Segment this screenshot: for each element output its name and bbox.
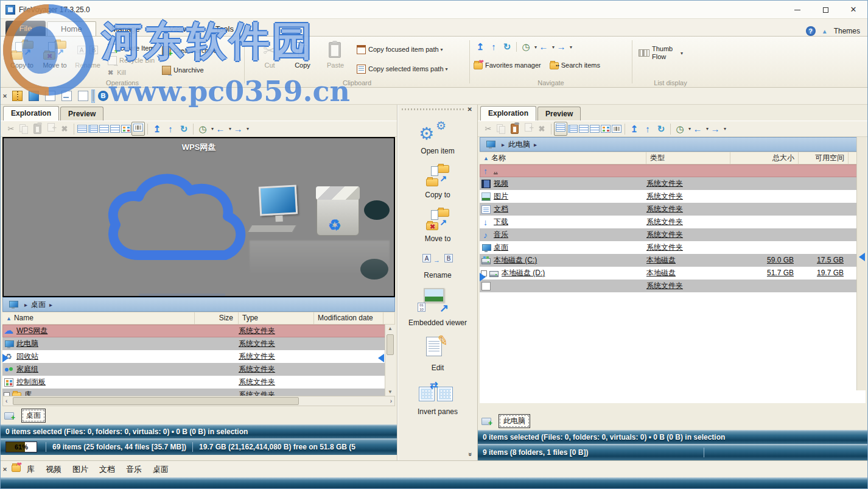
close-quickbar-button[interactable]: ✕ <box>1 93 9 99</box>
right-splitter-arrow-right[interactable] <box>480 273 486 281</box>
kill-button[interactable]: ✖ Kill <box>108 66 155 79</box>
left-splitter-arrow-right[interactable] <box>2 354 9 362</box>
item-type-link[interactable]: 系统文件夹 <box>646 203 683 216</box>
document-icon[interactable] <box>45 91 55 101</box>
view-list-pressed[interactable] <box>554 122 567 136</box>
left-splitter-arrow-left[interactable] <box>378 354 384 362</box>
collapse-ribbon-icon[interactable]: ▲ <box>822 28 828 35</box>
close-button[interactable]: ✕ <box>839 1 867 19</box>
column-header-size[interactable]: Size <box>195 312 239 324</box>
favorite-link-pictures[interactable]: 图片 <box>72 464 88 475</box>
table-row[interactable]: 家庭组系统文件夹 <box>2 363 385 376</box>
copy-selected-path-button[interactable]: Copy selected items path▾ <box>357 63 448 75</box>
copy-to-button[interactable]: ↗ Copy to <box>5 40 38 79</box>
view-icons-icon[interactable] <box>99 125 109 133</box>
item-type-link[interactable]: 系统文件夹 <box>239 350 275 363</box>
toolbar-grip[interactable] <box>402 108 464 110</box>
breadcrumb-segment[interactable]: 桌面 <box>31 300 46 310</box>
move-to-button-mid[interactable]: ✖↗ Move to <box>398 208 477 243</box>
item-type-link[interactable]: 系统文件夹 <box>239 337 275 350</box>
unarchive-button[interactable]: Unarchive <box>162 64 217 76</box>
delete-icon[interactable]: ✖ <box>58 123 71 135</box>
column-header-name[interactable]: ▲名称 <box>480 152 646 164</box>
embedded-viewer-button[interactable]: 0110↗ Embedded viewer <box>398 288 477 327</box>
close-favorites-bar-button[interactable]: ✕ <box>1 466 9 473</box>
table-row[interactable]: 下载系统文件夹 <box>480 216 866 228</box>
favorite-link-music[interactable]: 音乐 <box>126 464 142 475</box>
copy-focused-path-button[interactable]: Copy focused item path▾ <box>357 43 448 55</box>
table-row[interactable]: 回收站系统文件夹 <box>2 350 385 363</box>
item-name-link[interactable]: 控制面板 <box>16 376 46 389</box>
close-middle-toolbar-button[interactable]: ✕ <box>467 106 472 113</box>
scroll-up-arrow[interactable]: ▲ <box>385 325 395 331</box>
item-name-link[interactable]: 图片 <box>494 190 508 203</box>
tab-manage[interactable]: Manage <box>97 21 154 36</box>
column-header-name[interactable]: ▲Name <box>2 312 195 324</box>
table-row[interactable]: 图片系统文件夹 <box>480 190 866 203</box>
breadcrumb-segment[interactable]: 此电脑 <box>508 139 530 150</box>
zip-icon[interactable] <box>12 91 23 101</box>
left-horizontal-scrollbar[interactable]: ‹ › <box>2 396 395 406</box>
minimize-button[interactable] <box>783 1 811 19</box>
table-row[interactable]: 桌面系统文件夹 <box>480 241 866 254</box>
right-breadcrumb[interactable]: ▸ 此电脑 ▸ <box>480 137 866 152</box>
create-item-button[interactable]: Create Item <box>108 42 155 54</box>
rename-button-mid[interactable]: A B → Rename <box>398 252 477 280</box>
move-to-button[interactable]: ✖↗ Move to <box>38 40 71 79</box>
table-row[interactable]: 控制面板系统文件夹 <box>2 376 385 389</box>
favorite-link-libraries[interactable]: 库 <box>27 464 35 475</box>
item-type-link[interactable]: 系统文件夹 <box>239 389 275 396</box>
help-icon[interactable]: ? <box>806 26 816 36</box>
item-type-link[interactable]: 系统文件夹 <box>239 325 275 337</box>
mail-icon[interactable] <box>61 91 72 101</box>
table-row[interactable]: WPS网盘系统文件夹 <box>2 325 385 337</box>
right-refresh-button[interactable]: ↻ <box>654 123 668 135</box>
right-tab-preview[interactable]: Preview <box>537 107 581 121</box>
themes-menu[interactable]: Themes <box>834 27 860 35</box>
paste-special-icon[interactable] <box>522 123 534 135</box>
cut-button[interactable]: ✂ Cut <box>253 40 286 75</box>
more-items-chevron[interactable]: » <box>467 452 474 456</box>
bluetooth-icon[interactable]: B <box>98 91 108 101</box>
hscrollbar-thumb[interactable] <box>13 397 299 405</box>
right-folder-tab[interactable]: 此电脑 <box>499 414 530 428</box>
copy-icon[interactable] <box>18 123 30 135</box>
item-name-link[interactable]: 家庭组 <box>16 363 38 376</box>
recycle-bin-button[interactable]: Recycle Bin <box>108 54 155 66</box>
cut-icon[interactable]: ✂ <box>482 123 494 135</box>
add-tab-icon[interactable] <box>481 416 492 426</box>
edit-button[interactable]: ✎ Edit <box>398 336 477 372</box>
cut-icon[interactable]: ✂ <box>5 123 17 135</box>
table-row[interactable]: 音乐系统文件夹 <box>480 228 866 241</box>
item-name-link[interactable]: 文档 <box>494 203 508 216</box>
file-menu-button[interactable]: File <box>5 21 46 36</box>
item-type-link[interactable]: 系统文件夹 <box>239 363 275 376</box>
right-history-button[interactable]: ◷ <box>673 123 687 135</box>
item-name-link[interactable]: 本地磁盘 (D:) <box>502 267 545 280</box>
column-header-modification-date[interactable]: Modification date <box>314 312 383 324</box>
report-icon-selected[interactable] <box>91 90 95 103</box>
thumb-flow-viewer[interactable]: WPS网盘 <box>2 137 395 297</box>
left-refresh-button[interactable]: ↻ <box>177 123 191 135</box>
favorite-link-videos[interactable]: 视频 <box>46 464 61 475</box>
column-header-type[interactable]: 类型 <box>646 152 730 164</box>
table-row[interactable]: 系统文件夹 <box>480 280 866 292</box>
tab-view[interactable]: View <box>155 21 200 36</box>
item-name-link[interactable]: 本地磁盘 (C:) <box>494 254 537 267</box>
view-tiles-icon[interactable] <box>601 125 611 133</box>
table-row[interactable]: 本地磁盘 (D:)本地磁盘51.7 GB19.7 GB <box>480 267 866 280</box>
paste-icon[interactable] <box>32 123 44 135</box>
right-collapse-arrow[interactable] <box>859 253 865 261</box>
view-thumbflow-pressed[interactable] <box>131 122 145 136</box>
item-name-link[interactable]: 桌面 <box>494 241 508 254</box>
item-type-link[interactable]: 系统文件夹 <box>646 177 683 190</box>
rename-button[interactable]: AB Rename <box>71 40 104 79</box>
item-free-link[interactable]: 17.5 GB <box>817 254 844 267</box>
right-go-top-button[interactable]: ↥ <box>628 123 641 135</box>
item-free-link[interactable]: 19.7 GB <box>817 267 844 280</box>
history-button[interactable]: ◷ <box>519 41 533 53</box>
item-name-link[interactable]: .. <box>494 164 498 177</box>
view-icons-icon[interactable] <box>579 125 589 133</box>
copy-to-button-mid[interactable]: ↗ Copy to <box>398 164 477 199</box>
item-name-link[interactable]: WPS网盘 <box>16 325 47 337</box>
